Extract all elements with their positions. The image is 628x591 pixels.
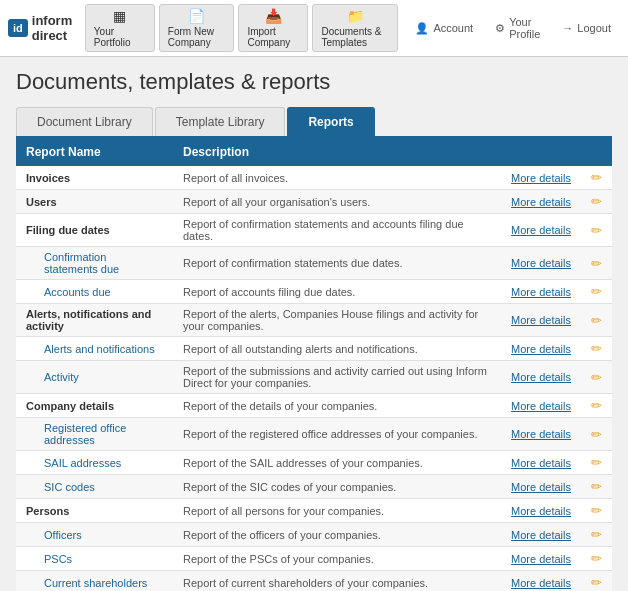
more-details-link[interactable]: More details <box>511 505 571 517</box>
row-name-cell: Activity <box>16 361 173 394</box>
more-details-cell[interactable]: More details <box>501 166 581 190</box>
more-details-link[interactable]: More details <box>511 428 571 440</box>
table-row: PSCs Report of the PSCs of your companie… <box>16 547 612 571</box>
your-profile-link[interactable]: ⚙ Your Profile <box>486 11 549 45</box>
edit-icon[interactable]: ✏ <box>591 313 602 328</box>
more-details-cell[interactable]: More details <box>501 523 581 547</box>
more-details-cell[interactable]: More details <box>501 304 581 337</box>
edit-cell[interactable]: ✏ <box>581 190 612 214</box>
import-company-button[interactable]: 📥 Import Company <box>238 4 308 52</box>
more-details-cell[interactable]: More details <box>501 418 581 451</box>
row-name-cell: SIC codes <box>16 475 173 499</box>
edit-cell[interactable]: ✏ <box>581 166 612 190</box>
edit-cell[interactable]: ✏ <box>581 304 612 337</box>
edit-icon[interactable]: ✏ <box>591 256 602 271</box>
edit-icon[interactable]: ✏ <box>591 551 602 566</box>
table-row: Accounts due Report of accounts filing d… <box>16 280 612 304</box>
more-details-link[interactable]: More details <box>511 314 571 326</box>
more-details-link[interactable]: More details <box>511 457 571 469</box>
edit-icon[interactable]: ✏ <box>591 575 602 590</box>
edit-icon[interactable]: ✏ <box>591 170 602 185</box>
page-content: Documents, templates & reports Document … <box>0 57 628 591</box>
row-desc-cell: Report of the details of your companies. <box>173 394 501 418</box>
more-details-link[interactable]: More details <box>511 286 571 298</box>
edit-cell[interactable]: ✏ <box>581 214 612 247</box>
form-new-company-button[interactable]: 📄 Form New Company <box>159 4 235 52</box>
row-desc-cell: Report of the officers of your companies… <box>173 523 501 547</box>
edit-cell[interactable]: ✏ <box>581 451 612 475</box>
reports-table: Report Name Description Invoices Report … <box>16 138 612 591</box>
edit-icon[interactable]: ✏ <box>591 398 602 413</box>
more-details-cell[interactable]: More details <box>501 190 581 214</box>
more-details-cell[interactable]: More details <box>501 247 581 280</box>
your-portfolio-button[interactable]: ▦ Your Portfolio <box>85 4 155 52</box>
more-details-cell[interactable]: More details <box>501 214 581 247</box>
row-desc-cell: Report of confirmation statements due da… <box>173 247 501 280</box>
edit-icon[interactable]: ✏ <box>591 527 602 542</box>
edit-icon[interactable]: ✏ <box>591 223 602 238</box>
edit-icon[interactable]: ✏ <box>591 503 602 518</box>
import-company-label: Import Company <box>247 26 299 48</box>
more-details-link[interactable]: More details <box>511 257 571 269</box>
table-row: Filing due dates Report of confirmation … <box>16 214 612 247</box>
more-details-cell[interactable]: More details <box>501 394 581 418</box>
edit-cell[interactable]: ✏ <box>581 499 612 523</box>
more-details-cell[interactable]: More details <box>501 280 581 304</box>
edit-cell[interactable]: ✏ <box>581 247 612 280</box>
edit-icon[interactable]: ✏ <box>591 370 602 385</box>
edit-icon[interactable]: ✏ <box>591 455 602 470</box>
tab-document-library[interactable]: Document Library <box>16 107 153 136</box>
row-name-cell: Registered office addresses <box>16 418 173 451</box>
edit-cell[interactable]: ✏ <box>581 523 612 547</box>
row-desc-cell: Report of the PSCs of your companies. <box>173 547 501 571</box>
more-details-cell[interactable]: More details <box>501 547 581 571</box>
more-details-link[interactable]: More details <box>511 553 571 565</box>
edit-icon[interactable]: ✏ <box>591 194 602 209</box>
edit-icon[interactable]: ✏ <box>591 341 602 356</box>
table-row: Company details Report of the details of… <box>16 394 612 418</box>
table-header-row: Report Name Description <box>16 138 612 166</box>
more-details-link[interactable]: More details <box>511 224 571 236</box>
edit-cell[interactable]: ✏ <box>581 361 612 394</box>
edit-cell[interactable]: ✏ <box>581 418 612 451</box>
row-name-cell: Current shareholders <box>16 571 173 592</box>
more-details-cell[interactable]: More details <box>501 499 581 523</box>
more-details-cell[interactable]: More details <box>501 361 581 394</box>
more-details-link[interactable]: More details <box>511 400 571 412</box>
table-row: SIC codes Report of the SIC codes of you… <box>16 475 612 499</box>
documents-templates-button[interactable]: 📁 Documents & Templates <box>312 4 398 52</box>
more-details-link[interactable]: More details <box>511 343 571 355</box>
profile-label: Your Profile <box>509 16 540 40</box>
col-edit <box>581 138 612 166</box>
more-details-cell[interactable]: More details <box>501 451 581 475</box>
edit-cell[interactable]: ✏ <box>581 571 612 592</box>
more-details-link[interactable]: More details <box>511 577 571 589</box>
row-name-cell: Accounts due <box>16 280 173 304</box>
page-title: Documents, templates & reports <box>16 69 612 95</box>
account-link[interactable]: 👤 Account <box>406 17 482 40</box>
more-details-link[interactable]: More details <box>511 529 571 541</box>
tab-template-library[interactable]: Template Library <box>155 107 286 136</box>
table-row: Current shareholders Report of current s… <box>16 571 612 592</box>
edit-cell[interactable]: ✏ <box>581 475 612 499</box>
more-details-link[interactable]: More details <box>511 481 571 493</box>
row-name-cell: SAIL addresses <box>16 451 173 475</box>
more-details-link[interactable]: More details <box>511 196 571 208</box>
more-details-link[interactable]: More details <box>511 172 571 184</box>
tab-reports[interactable]: Reports <box>287 107 374 136</box>
logo: id inform direct <box>8 13 73 43</box>
logout-label: Logout <box>577 22 611 34</box>
edit-cell[interactable]: ✏ <box>581 547 612 571</box>
edit-icon[interactable]: ✏ <box>591 479 602 494</box>
more-details-cell[interactable]: More details <box>501 475 581 499</box>
more-details-cell[interactable]: More details <box>501 337 581 361</box>
logout-link[interactable]: → Logout <box>553 17 620 39</box>
edit-cell[interactable]: ✏ <box>581 280 612 304</box>
col-actions <box>501 138 581 166</box>
edit-icon[interactable]: ✏ <box>591 284 602 299</box>
more-details-cell[interactable]: More details <box>501 571 581 592</box>
more-details-link[interactable]: More details <box>511 371 571 383</box>
edit-cell[interactable]: ✏ <box>581 337 612 361</box>
edit-icon[interactable]: ✏ <box>591 427 602 442</box>
edit-cell[interactable]: ✏ <box>581 394 612 418</box>
